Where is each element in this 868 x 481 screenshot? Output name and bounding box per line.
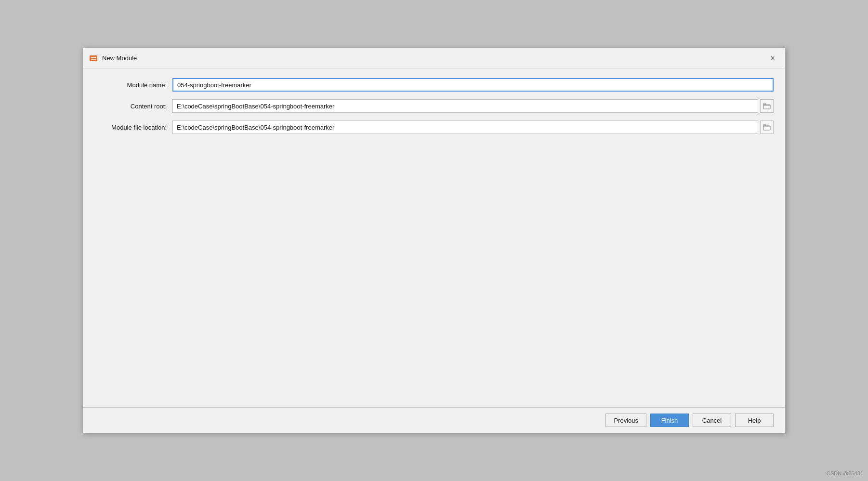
svg-rect-3 [91,61,94,62]
dialog-content: Module name: Content root: Modu [83,68,785,407]
svg-rect-5 [763,103,766,105]
content-root-browse-button[interactable] [760,99,774,113]
help-button[interactable]: Help [735,414,774,427]
content-spacer [94,142,774,398]
dialog-title: New Module [102,54,766,62]
cancel-button[interactable]: Cancel [693,414,731,427]
module-name-input[interactable] [172,78,774,92]
module-file-location-row: Module file location: [94,120,774,134]
content-root-row: Content root: [94,99,774,113]
content-root-input-wrapper [172,99,774,113]
title-bar: New Module × [83,48,785,68]
finish-button[interactable]: Finish [650,414,689,427]
module-file-location-browse-button[interactable] [760,120,774,134]
dialog-footer: Previous Finish Cancel Help [83,407,785,433]
module-name-row: Module name: [94,78,774,92]
module-name-label: Module name: [94,81,167,89]
svg-rect-4 [763,105,770,109]
svg-rect-0 [90,55,97,61]
watermark: CSDN @85431 [827,470,863,476]
content-root-input[interactable] [172,99,758,113]
previous-button[interactable]: Previous [605,414,646,427]
svg-rect-1 [91,57,96,58]
close-button[interactable]: × [766,52,779,65]
content-root-label: Content root: [94,103,167,110]
module-name-input-wrapper [172,78,774,92]
module-file-location-input[interactable] [172,120,758,134]
new-module-dialog: New Module × Module name: Content root: [82,48,786,433]
svg-rect-2 [91,59,96,60]
svg-rect-6 [763,126,770,130]
module-file-location-input-wrapper [172,120,774,134]
module-file-location-label: Module file location: [94,124,167,131]
svg-rect-7 [763,124,766,126]
dialog-icon [89,53,98,63]
